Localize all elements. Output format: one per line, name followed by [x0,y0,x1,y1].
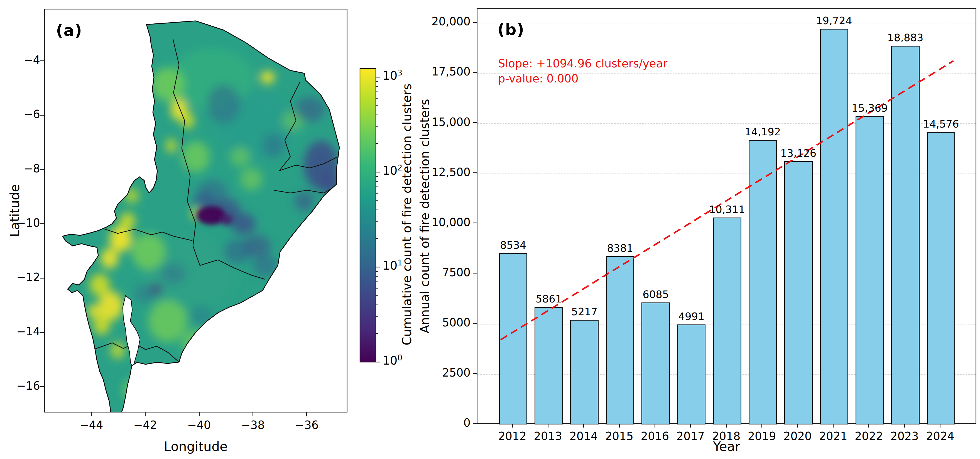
map-y-tick-label: −4 [5,54,40,66]
map-y-tick [40,169,44,170]
bar-value-label: 19,724 [816,15,852,27]
bar-y-tick [473,373,477,374]
bar-y-tick [473,223,477,223]
colorbar-tick-label: 103 [383,68,402,83]
bar-x-tick-label: 2023 [890,430,919,443]
bar-x-tick-label: 2021 [819,430,848,443]
map-y-tick [40,278,44,279]
bar-y-tick [473,122,477,123]
bar-value-label: 15,369 [852,102,888,114]
bar-value-label: 8381 [607,242,633,254]
brazil-heatmap-svg [45,10,347,412]
panel-b-label: (b) [498,20,525,38]
bar-x-tick-label: 2017 [676,430,705,443]
map-x-tick [91,413,92,416]
bar-x-tick [690,424,691,427]
map-x-tick-label: −42 [134,419,157,432]
bar-x-tick [762,424,762,427]
bar-y-tick [473,172,477,173]
map-y-tick-label: −8 [5,162,40,175]
map-y-tick-label: −10 [5,217,40,229]
bar-value-label: 13,126 [780,147,816,159]
bar-y-tick-label: 2500 [429,366,471,379]
bar-x-tick [904,424,905,427]
map-y-tick [40,115,44,116]
bar-x-tick [655,424,655,427]
map-x-tick-label: −44 [80,419,103,432]
bar-x-tick-label: 2022 [855,430,883,443]
map-plot-area: (a) [44,9,347,413]
map-y-tick [40,223,44,224]
bar-y-tick [473,323,477,324]
bar-value-label: 6085 [643,288,669,301]
bar-y-tick-label: 20,000 [429,15,471,28]
bar-y-tick [473,273,477,274]
bar-x-tick-label: 2014 [570,430,598,443]
bar-y-tick-label: 0 [429,416,471,429]
bar-x-tick-label: 2016 [641,430,669,443]
bar-value-label: 18,883 [887,32,923,44]
bar-x-tick [833,424,834,427]
bar-x-tick-label: 2012 [498,430,527,443]
bar-value-label: 4991 [678,311,705,322]
bar-x-tick [619,424,620,427]
map-y-tick-label: −14 [5,325,40,338]
map-y-tick [40,61,44,61]
figure-canvas: (a) Latitude Longitude −44−42−40−38−36−4… [0,0,980,459]
bar-chart-xlabel: Year [713,439,740,454]
panel-a-label: (a) [56,21,83,39]
map-x-tick-label: −40 [188,419,211,432]
map-x-tick-label: −38 [241,419,264,432]
colorbar-tick-label: 100 [383,353,402,367]
colorbar-label: Cumulative count of fire detection clust… [400,84,414,345]
bar-y-tick [473,22,477,23]
bar-y-tick-label: 17,500 [429,65,471,78]
map-y-tick-label: −12 [5,271,40,284]
bar-value-label: 14,192 [745,126,781,138]
colorbar-tick-label: 102 [383,163,402,177]
colorbar-tick-label: 101 [383,258,402,273]
bar-y-tick-label: 12,500 [429,166,471,178]
bar-y-tick-label: 15,000 [429,116,471,128]
bar-y-tick-label: 5000 [429,316,471,329]
map-x-tick-label: −36 [295,419,318,432]
bar-y-tick-label: 7500 [429,266,471,279]
map-x-tick [145,413,146,416]
map-x-tick [306,413,307,416]
bar-x-tick [726,424,727,427]
bar-value-label: 14,576 [923,118,959,130]
bar-x-tick-label: 2013 [534,430,562,443]
bar-x-tick [583,424,584,427]
map-x-tick [199,413,200,416]
bar-x-tick-label: 2020 [783,430,812,443]
map-y-tick [40,386,44,387]
bar-x-tick [869,424,869,427]
map-x-tick [253,413,253,416]
map-y-tick [40,332,44,333]
bar-value-label: 5217 [571,306,597,318]
bar-plot-area: 85345861521783816085499110,31114,19213,1… [477,8,976,424]
pvalue-annotation: p-value: 0.000 [498,71,579,86]
bar-y-tick-label: 10,000 [429,216,471,229]
bar-value-label: 5861 [536,293,562,305]
map-y-tick-label: −6 [5,108,40,121]
bar-y-tick [473,423,477,424]
bar-value-label: 8534 [500,239,526,251]
map-xlabel: Longitude [164,439,228,454]
bar-x-tick [547,424,549,427]
bar-x-tick [940,424,940,427]
bar-value-label: 10,311 [709,204,745,215]
bar-y-tick [473,72,477,73]
bar-x-tick-label: 2024 [926,430,955,443]
bar-x-tick-label: 2015 [605,430,633,443]
slope-annotation: Slope: +1094.96 clusters/year [498,56,667,71]
map-y-tick-label: −16 [5,379,40,392]
bar-x-tick-label: 2019 [748,430,776,443]
bar-x-tick [797,424,798,427]
heatmap-field [45,10,347,412]
bar-x-tick [512,424,513,427]
